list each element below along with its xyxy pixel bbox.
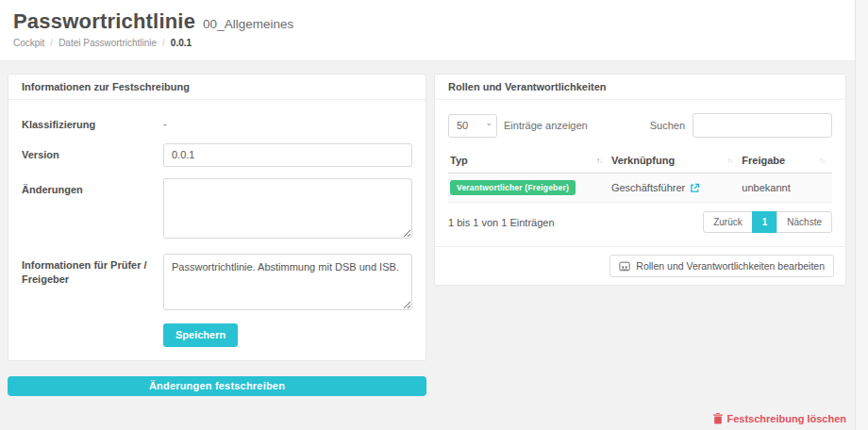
sort-icon: ↑↓ <box>819 157 825 165</box>
field-klassifizierung: Klassifizierung - <box>22 113 412 132</box>
page-header: Passwortrichtlinie 00_Allgemeines Cockpi… <box>0 0 855 61</box>
search-input[interactable] <box>693 113 832 138</box>
info-panel-title: Informationen zur Festschreibung <box>8 74 426 100</box>
external-link-icon[interactable] <box>690 183 700 193</box>
delete-festschreibung-link[interactable]: Festschreibung löschen <box>713 413 846 424</box>
column-header-verknuepfung[interactable]: Verknüpfung ↑↓ <box>609 148 740 174</box>
table-search-control: Suchen <box>650 113 832 138</box>
breadcrumb-cockpit[interactable]: Cockpit <box>13 38 44 48</box>
column-header-freigabe[interactable]: Freigabe ↑↓ <box>740 148 832 174</box>
version-input[interactable] <box>163 143 412 167</box>
info-panel-body: Klassifizierung - Version Änderungen <box>8 100 426 360</box>
page-length-select[interactable]: 50 <box>448 114 497 138</box>
edit-roles-button[interactable]: Rollen und Verantwortlichkeiten bearbeit… <box>609 255 834 277</box>
field-aenderungen: Änderungen <box>22 178 412 242</box>
roles-panel: Rollen und Verantwortlichkeiten 50 ⌄ Ein… <box>434 74 846 286</box>
commit-changes-button[interactable]: Änderungen festschreiben <box>8 376 426 396</box>
role-type-badge: Verantwortlicher (Freigeber) <box>450 180 576 195</box>
klassifizierung-value: - <box>163 113 412 129</box>
main-content: Informationen zur Festschreibung Klassif… <box>0 61 868 428</box>
field-pruefer-info: Informationen für Prüfer / Freigeber Pas… <box>22 254 412 314</box>
pruefer-info-label: Informationen für Prüfer / Freigeber <box>22 254 163 314</box>
scrollbar-track[interactable] <box>855 0 868 430</box>
sort-icon: ↑↓ <box>596 157 602 165</box>
delete-row: Festschreibung löschen <box>434 411 846 428</box>
search-label: Suchen <box>650 120 685 131</box>
table-footer-controls: 1 bis 1 von 1 Einträgen Zurück 1 Nächste <box>448 211 832 233</box>
column-header-typ[interactable]: Typ ↑↓ <box>448 148 609 174</box>
info-panel: Informationen zur Festschreibung Klassif… <box>8 74 426 361</box>
roles-panel-body: 50 ⌄ Einträge anzeigen Suchen <box>435 100 845 246</box>
page-length-label: Einträge anzeigen <box>504 120 588 131</box>
roles-panel-title: Rollen und Verantwortlichkeiten <box>435 74 845 100</box>
page-subtitle: 00_Allgemeines <box>203 17 293 31</box>
verknuepfung-value: Geschäftsführer <box>611 182 685 193</box>
roles-table: Typ ↑↓ Verknüpfung ↑↓ <box>448 148 832 203</box>
trash-icon <box>713 413 723 424</box>
breadcrumb: Cockpit / Datei Passwortrichtlinie / 0.0… <box>13 38 855 48</box>
aenderungen-label: Änderungen <box>22 178 163 242</box>
page-length-control: 50 ⌄ Einträge anzeigen <box>448 114 588 138</box>
pagination-page-1-button[interactable]: 1 <box>752 211 778 233</box>
pagination-prev-button[interactable]: Zurück <box>703 211 753 233</box>
users-icon <box>619 261 630 272</box>
table-row: Verantwortlicher (Freigeber) Geschäftsfü… <box>448 174 832 203</box>
sort-icon: ↑↓ <box>726 157 732 165</box>
table-controls: 50 ⌄ Einträge anzeigen Suchen <box>448 113 832 138</box>
freigabe-value: unbekannt <box>740 174 832 203</box>
breadcrumb-separator: / <box>162 38 165 48</box>
pagination: Zurück 1 Nächste <box>703 211 832 233</box>
table-info: 1 bis 1 von 1 Einträgen <box>448 217 555 228</box>
roles-panel-footer: Rollen und Verantwortlichkeiten bearbeit… <box>435 246 845 285</box>
breadcrumb-separator: / <box>50 38 53 48</box>
breadcrumb-version: 0.0.1 <box>171 38 192 48</box>
klassifizierung-label: Klassifizierung <box>22 113 163 132</box>
pagination-next-button[interactable]: Nächste <box>776 211 832 233</box>
left-column: Informationen zur Festschreibung Klassif… <box>8 74 426 428</box>
version-label: Version <box>22 143 163 167</box>
save-button[interactable]: Speichern <box>163 323 238 347</box>
field-version: Version <box>22 143 412 167</box>
pruefer-info-textarea[interactable]: Passwortrichtlinie. Abstimmung mit DSB u… <box>163 254 412 310</box>
right-column: Rollen und Verantwortlichkeiten 50 ⌄ Ein… <box>434 74 846 428</box>
aenderungen-textarea[interactable] <box>163 178 412 239</box>
page-title: Passwortrichtlinie <box>13 9 195 34</box>
breadcrumb-datei[interactable]: Datei Passwortrichtlinie <box>58 38 157 48</box>
